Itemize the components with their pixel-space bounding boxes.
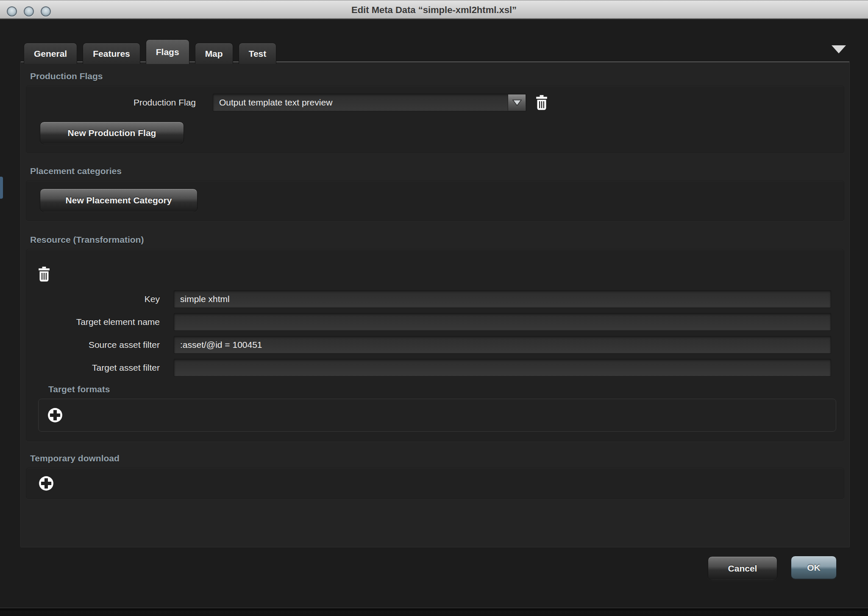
plus-circle-icon	[38, 475, 54, 491]
new-placement-category-label: New Placement Category	[66, 195, 172, 205]
resource-transformation-header: Resource (Transformation)	[30, 235, 849, 245]
tab-test[interactable]: Test	[239, 43, 277, 64]
tab-test-label: Test	[249, 49, 267, 59]
ok-button[interactable]: OK	[791, 556, 837, 579]
tab-map-label: Map	[205, 49, 223, 59]
window-title: Edit Meta Data “simple-xml2html.xsl”	[0, 0, 868, 19]
source-asset-filter-label: Source asset filter	[26, 340, 174, 350]
source-asset-filter-input[interactable]: :asset/@id = 100451	[174, 336, 831, 354]
placement-categories-header: Placement categories	[30, 166, 849, 176]
add-target-format-button[interactable]	[47, 407, 63, 423]
new-placement-category-button[interactable]: New Placement Category	[40, 189, 198, 212]
target-formats-header: Target formats	[48, 384, 844, 394]
production-flag-selected-value: Output template text preview	[219, 97, 332, 107]
target-element-name-input[interactable]	[174, 313, 831, 331]
tab-features[interactable]: Features	[83, 43, 140, 64]
target-asset-filter-label: Target asset filter	[26, 363, 174, 373]
chevron-down-icon[interactable]	[832, 45, 846, 53]
window-bottom-edge	[0, 608, 868, 616]
dropdown-button[interactable]	[508, 94, 526, 111]
placement-categories-group: New Placement Category	[26, 180, 844, 221]
tab-flags-label: Flags	[156, 47, 179, 57]
production-flags-group: Production Flag Output template text pre…	[26, 86, 844, 153]
cancel-button[interactable]: Cancel	[708, 556, 777, 580]
tab-features-label: Features	[93, 49, 130, 59]
trash-icon	[38, 266, 50, 282]
production-flag-label: Production Flag	[26, 97, 213, 108]
edit-meta-data-dialog: Edit Meta Data “simple-xml2html.xsl” Gen…	[0, 0, 868, 616]
title-bar: Edit Meta Data “simple-xml2html.xsl”	[0, 0, 868, 19]
add-temporary-download-button[interactable]	[38, 475, 54, 491]
temporary-download-group	[26, 468, 844, 499]
plus-circle-icon	[47, 407, 63, 423]
ok-button-label: OK	[807, 563, 821, 573]
new-production-flag-button[interactable]: New Production Flag	[40, 122, 184, 144]
tab-bar: General Features Flags Map Test	[24, 39, 276, 64]
target-formats-list	[38, 399, 836, 432]
delete-resource-button[interactable]	[38, 266, 50, 282]
new-production-flag-label: New Production Flag	[68, 128, 156, 138]
triangle-down-icon	[512, 98, 523, 107]
tab-map[interactable]: Map	[195, 43, 233, 64]
resource-transformation-group: Key simple xhtml Target element name Sou…	[26, 249, 844, 441]
temporary-download-header: Temporary download	[30, 453, 849, 463]
production-flag-select[interactable]: Output template text preview	[213, 94, 526, 111]
tab-general-label: General	[34, 49, 67, 59]
key-label: Key	[26, 294, 174, 304]
tab-flags[interactable]: Flags	[146, 39, 189, 64]
production-flags-header: Production Flags	[30, 71, 849, 81]
flags-tab-panel: Production Flags Production Flag Output …	[20, 61, 850, 547]
side-drawer-handle[interactable]	[0, 177, 3, 199]
trash-icon	[536, 95, 548, 110]
cancel-button-label: Cancel	[728, 563, 757, 574]
key-input[interactable]: simple xhtml	[174, 290, 831, 308]
delete-production-flag-button[interactable]	[536, 95, 548, 110]
target-element-name-label: Target element name	[26, 317, 174, 327]
tab-general[interactable]: General	[24, 43, 77, 64]
target-asset-filter-input[interactable]	[174, 359, 831, 377]
